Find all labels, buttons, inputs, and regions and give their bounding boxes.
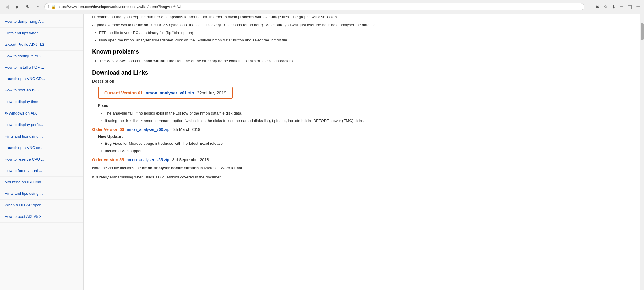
sidebar-item-10[interactable]: Hints and tips using ... <box>0 131 83 142</box>
older-version-60-row: Older Version 60 nmon_analyser_v60.zip 5… <box>92 127 635 132</box>
fixes-label: Fixes: <box>98 103 635 108</box>
pocket-button[interactable]: ☯ <box>594 3 601 11</box>
scrollbar[interactable] <box>640 14 644 290</box>
fixes-bullet-2: If using the -k <disks> nmon command opt… <box>105 118 635 124</box>
sidebar-item-3[interactable]: How to configure AIX... <box>0 51 83 62</box>
sidebar-item-12[interactable]: How to reserve CPU ... <box>0 154 83 165</box>
new-update-list: Bug Fixes for Microsoft bugs introduced … <box>105 140 635 154</box>
sidebar-toggle-button[interactable]: ◫ <box>626 3 633 11</box>
note-text-1: Note the zip file includes the <box>92 166 141 170</box>
older-version-55-label: Older version 55 <box>92 157 124 162</box>
current-version-label: Current Version 61 <box>104 90 143 95</box>
fixes-list: The analyser fail, if no hdisks exist in… <box>105 110 635 124</box>
sidebar-item-15[interactable]: Hints and tips using ... <box>0 188 83 200</box>
older-version-55-date: 3rd September 2018 <box>172 157 209 162</box>
note-text-bold: nmon Analyser documentation <box>142 166 199 170</box>
new-update-bullet-2: Includes iMac support <box>105 148 635 154</box>
forward-button[interactable]: ▶ <box>13 3 21 11</box>
library-button[interactable]: ☰ <box>618 3 625 11</box>
older-version-60-label: Older Version 60 <box>92 127 124 132</box>
lock-icon: 🔒 <box>51 5 56 9</box>
older-version-60-date: 5th March 2019 <box>172 127 200 132</box>
browser-action-buttons: ··· ☯ ☆ ⬇ ☰ ◫ ☰ <box>587 3 641 11</box>
description-label: Description <box>92 79 635 83</box>
sidebar-item-4[interactable]: How to install a PDF ... <box>0 62 83 74</box>
download-links-heading: Download and Links <box>92 69 635 76</box>
download-button[interactable]: ⬇ <box>611 3 617 11</box>
known-problems-bullet-1: The WINDOWS sort command will fail if th… <box>99 58 635 64</box>
known-problems-list: The WINDOWS sort command will fail if th… <box>99 58 635 64</box>
sidebar-item-1[interactable]: Hints and tips when ... <box>0 28 83 39</box>
older-version-55-link[interactable]: nmon_analyser_v55.zip <box>127 157 169 162</box>
url-input[interactable] <box>58 5 581 9</box>
more-options-button[interactable]: ··· <box>587 3 593 11</box>
sidebar-item-0[interactable]: How to dump hung A... <box>0 16 83 28</box>
sidebar-item-7[interactable]: How to display time_... <box>0 96 83 108</box>
intro-paragraph-2: A good example would be nmon -f -s10 -36… <box>92 22 635 28</box>
note-text-2: in Microsoft Word format <box>200 166 242 170</box>
reload-button[interactable]: ↻ <box>24 3 32 11</box>
browser-toolbar: ◀ ▶ ↻ ⌂ ℹ 🔒 ··· ☯ ☆ ⬇ ☰ ◫ ☰ <box>0 0 644 14</box>
address-bar[interactable]: ℹ 🔒 <box>44 3 584 10</box>
fixes-bullet-1: The analyser fail, if no hdisks exist in… <box>105 110 635 117</box>
bookmark-button[interactable]: ☆ <box>603 3 609 11</box>
note-paragraph-2: It is really embarrassing when users ask… <box>92 174 635 180</box>
sidebar-item-5[interactable]: Launching a VNC CD... <box>0 73 83 85</box>
sidebar-item-11[interactable]: Launching a VNC se... <box>0 142 83 154</box>
sidebar-item-2[interactable]: aixpert Profile AIX6TL2 <box>0 39 83 51</box>
intro-bullet-2: Now open the nmon_analyser spreadsheet, … <box>99 37 635 43</box>
note-paragraph: Note the zip file includes the nmon Anal… <box>92 165 635 171</box>
known-problems-heading: Known problems <box>92 48 635 55</box>
sidebar: How to dump hung A... Hints and tips whe… <box>0 14 84 290</box>
older-version-60-link[interactable]: nmon_analyser_v60.zip <box>127 127 170 132</box>
current-version-box: Current Version 61 nmon_analyser_v61.zip… <box>98 87 233 99</box>
intro-bullet-1: FTP the file to your PC as a binary file… <box>99 30 635 36</box>
intro-bullets: FTP the file to your PC as a binary file… <box>99 30 635 43</box>
sidebar-item-8[interactable]: X-Windows on AIX <box>0 108 83 119</box>
main-content: I recommend that you keep the number of … <box>84 14 644 290</box>
menu-button[interactable]: ☰ <box>635 3 641 11</box>
new-update-label: New Update : <box>98 134 635 139</box>
current-version-link[interactable]: nmon_analyser_v61.zip <box>145 90 194 95</box>
new-update-bullet-1: Bug Fixes for Microsoft bugs introduced … <box>105 140 635 147</box>
sidebar-item-13[interactable]: How to force virtual ... <box>0 165 83 177</box>
intro-paragraph-1: I recommend that you keep the number of … <box>92 14 635 20</box>
sidebar-item-16[interactable]: When a DLPAR oper... <box>0 200 83 211</box>
sidebar-item-14[interactable]: Mounting an ISO ima... <box>0 177 83 188</box>
scroll-thumb[interactable] <box>641 23 644 40</box>
sidebar-item-9[interactable]: How to display perfo... <box>0 119 83 131</box>
older-version-55-row: Older version 55 nmon_analyser_v55.zip 3… <box>92 157 635 162</box>
home-button[interactable]: ⌂ <box>34 3 42 11</box>
sidebar-item-6[interactable]: How to boot an ISO i... <box>0 85 83 96</box>
sidebar-item-17[interactable]: How to boot AIX V5.3 <box>0 211 83 223</box>
info-icon: ℹ <box>48 5 50 9</box>
page-layout: How to dump hung A... Hints and tips whe… <box>0 14 644 290</box>
download-section: Description Current Version 61 nmon_anal… <box>92 79 635 180</box>
back-button[interactable]: ◀ <box>3 3 11 11</box>
current-version-date: 22nd July 2019 <box>197 90 226 95</box>
